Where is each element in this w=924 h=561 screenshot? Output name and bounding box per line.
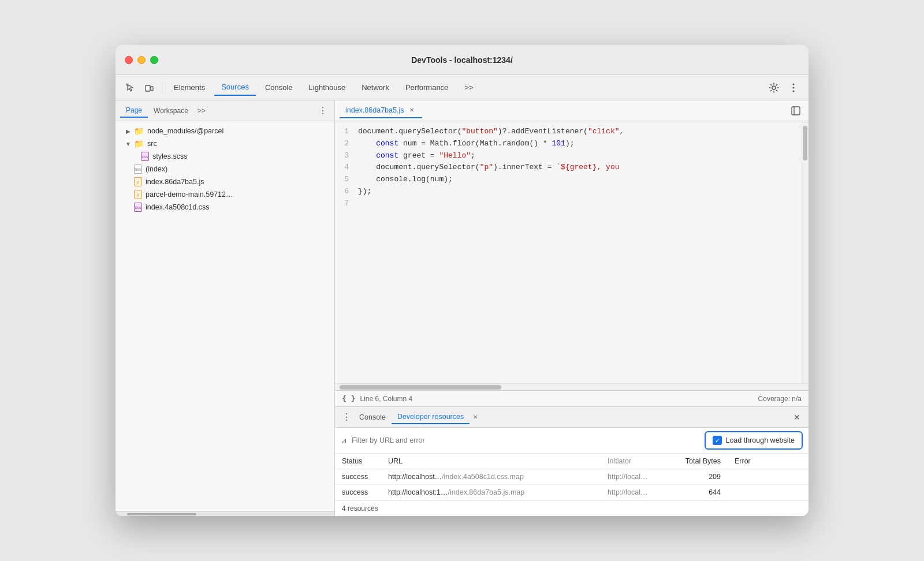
svg-rect-7 xyxy=(792,107,800,115)
filter-input[interactable] xyxy=(352,436,700,444)
tab-lighthouse[interactable]: Lighthouse xyxy=(302,80,353,95)
resources-footer: 4 resources xyxy=(335,500,808,516)
list-item[interactable]: js parcel-demo-main.59712… xyxy=(116,188,334,201)
tab-console[interactable]: Console xyxy=(258,80,300,95)
code-line-6: 6 }); xyxy=(335,186,802,198)
cell-bytes-1: 209 xyxy=(670,469,728,485)
cell-initiator-2: http://local… xyxy=(601,485,670,500)
more-tabs-button[interactable]: >> xyxy=(457,80,480,95)
col-header-bytes: Total Bytes xyxy=(670,454,728,469)
cell-url-2: http://localhost:1…/index.86da7ba5.js.ma… xyxy=(381,485,601,500)
tab-page[interactable]: Page xyxy=(120,104,148,118)
code-line-4: 4 document.querySelector("p").innerText … xyxy=(335,162,802,174)
maximize-button[interactable] xyxy=(150,56,158,64)
list-item[interactable]: css index.4a508c1d.css xyxy=(116,201,334,214)
panel-scrollbar[interactable] xyxy=(116,511,334,516)
resources-table: Status URL Initiator Total Bytes Error s… xyxy=(335,454,808,500)
close-bottom-panel-button[interactable]: ✕ xyxy=(790,410,804,424)
editor-hscroll[interactable] xyxy=(335,383,808,390)
svg-point-3 xyxy=(772,86,776,89)
tab-filename: index.86da7ba5.js xyxy=(345,106,404,114)
tab-workspace[interactable]: Workspace xyxy=(148,104,194,117)
main-content: Page Workspace >> ⋮ ▶ 📁 node_modules/@pa… xyxy=(116,100,808,516)
list-item[interactable]: ▼ 📁 src xyxy=(116,137,334,150)
cell-url-1: http://localhost…/index.4a508c1d.css.map xyxy=(381,469,601,485)
format-icon[interactable]: { } xyxy=(342,394,355,403)
col-header-initiator: Initiator xyxy=(601,454,670,469)
more-options-icon[interactable] xyxy=(785,80,802,96)
chevron-down-icon: ▼ xyxy=(125,140,132,147)
coverage-status: Coverage: n/a xyxy=(758,395,802,403)
code-line-2: 2 const num = Math.floor(Math.random() *… xyxy=(335,138,802,150)
code-editor[interactable]: 1 document.querySelector("button")?.addE… xyxy=(335,121,802,383)
code-line-5: 5 console.log(num); xyxy=(335,174,802,186)
tab-sources[interactable]: Sources xyxy=(214,79,256,96)
svg-rect-1 xyxy=(146,85,150,91)
file-tree: ▶ 📁 node_modules/@parcel ▼ 📁 src css sty… xyxy=(116,121,334,511)
resources-data-table: Status URL Initiator Total Bytes Error s… xyxy=(335,454,808,500)
close-button[interactable] xyxy=(125,56,133,64)
toolbar-separator xyxy=(162,82,162,94)
settings-icon[interactable] xyxy=(766,80,782,96)
list-item[interactable]: htm (index) xyxy=(116,163,334,175)
source-editor: index.86da7ba5.js ✕ 1 xyxy=(335,100,808,406)
list-item[interactable]: css styles.scss xyxy=(116,150,334,163)
list-item[interactable]: js index.86da7ba5.js xyxy=(116,175,334,188)
bottom-panel: ⋮ Console Developer resources ✕ ✕ ⊿ ✓ Lo… xyxy=(335,406,808,516)
toolbar: Elements Sources Console Lighthouse Netw… xyxy=(116,75,808,100)
filter-bar: ⊿ ✓ Load through website xyxy=(335,428,808,454)
filter-icon: ⊿ xyxy=(341,436,347,445)
load-through-website-control[interactable]: ✓ Load through website xyxy=(705,431,803,450)
tab-close-button[interactable]: ✕ xyxy=(407,106,416,115)
cell-status-1: success xyxy=(335,469,381,485)
device-toggle-icon[interactable] xyxy=(141,80,157,96)
cell-error-2 xyxy=(728,485,808,500)
window-title: DevTools - localhost:1234/ xyxy=(411,55,513,65)
js-file-icon-2: js xyxy=(134,190,142,199)
folder-icon: 📁 xyxy=(134,139,144,148)
scrollbar-thumb xyxy=(127,513,196,515)
editor-scrollbar[interactable] xyxy=(802,121,808,383)
editor-tabs: index.86da7ba5.js ✕ xyxy=(335,100,808,121)
tab-performance[interactable]: Performance xyxy=(398,80,455,95)
list-item[interactable]: ▶ 📁 node_modules/@parcel xyxy=(116,125,334,137)
tab-elements[interactable]: Elements xyxy=(167,80,212,95)
cell-initiator-1: http://local… xyxy=(601,469,670,485)
svg-point-6 xyxy=(793,90,795,92)
code-line-1: 1 document.querySelector("button")?.addE… xyxy=(335,126,802,138)
code-line-7: 7 xyxy=(335,198,802,210)
left-panel: Page Workspace >> ⋮ ▶ 📁 node_modules/@pa… xyxy=(116,100,335,516)
tab-console-bottom[interactable]: Console xyxy=(353,411,392,424)
code-area: 1 document.querySelector("button")?.addE… xyxy=(335,121,808,383)
panel-tabs: Page Workspace >> ⋮ xyxy=(116,100,334,121)
traffic-lights xyxy=(125,56,158,64)
pointer-icon[interactable] xyxy=(122,80,139,96)
col-header-url: URL xyxy=(381,454,601,469)
svg-rect-2 xyxy=(151,87,153,91)
css-file-icon: css xyxy=(134,203,142,212)
bottom-panel-options[interactable]: ⋮ xyxy=(340,410,353,424)
hscroll-thumb xyxy=(340,385,501,390)
col-header-error: Error xyxy=(728,454,808,469)
more-panel-tabs[interactable]: >> xyxy=(194,104,209,117)
table-row[interactable]: success http://localhost…/index.4a508c1d… xyxy=(335,469,808,485)
cell-error-1 xyxy=(728,469,808,485)
scrollbar-thumb xyxy=(803,126,807,160)
collapse-sidebar-icon[interactable] xyxy=(788,103,804,119)
scss-file-icon: css xyxy=(141,152,149,161)
panel-options-icon[interactable]: ⋮ xyxy=(316,104,330,118)
table-row[interactable]: success http://localhost:1…/index.86da7b… xyxy=(335,485,808,500)
tab-developer-resources[interactable]: Developer resources xyxy=(392,410,470,424)
editor-tab-active[interactable]: index.86da7ba5.js ✕ xyxy=(340,103,422,118)
minimize-button[interactable] xyxy=(137,56,146,64)
load-through-website-checkbox[interactable]: ✓ xyxy=(713,436,722,445)
bottom-tabs: ⋮ Console Developer resources ✕ ✕ xyxy=(335,407,808,428)
html-file-icon: htm xyxy=(134,164,142,174)
devtools-window: DevTools - localhost:1234/ Elements Sour… xyxy=(116,45,808,516)
toolbar-right xyxy=(766,80,802,96)
svg-point-4 xyxy=(793,83,795,85)
developer-resources-tab-close[interactable]: ✕ xyxy=(471,413,480,422)
tab-network[interactable]: Network xyxy=(355,80,396,95)
cell-status-2: success xyxy=(335,485,381,500)
col-header-status: Status xyxy=(335,454,381,469)
